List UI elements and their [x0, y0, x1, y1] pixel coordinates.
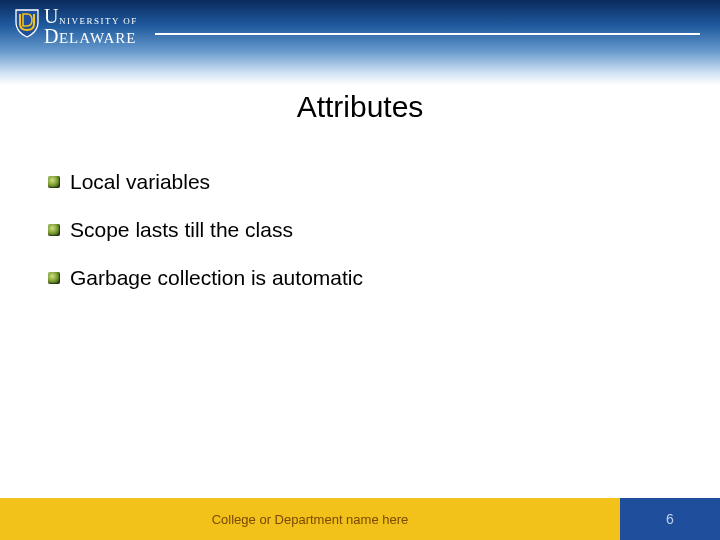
footer-left: College or Department name here — [0, 498, 620, 540]
list-item: Scope lasts till the class — [48, 218, 672, 242]
logo-line-2: D ELAWARE — [44, 26, 138, 46]
logo-rest-1: NIVERSITY OF — [59, 17, 138, 26]
slide-title: Attributes — [0, 90, 720, 124]
list-item: Local variables — [48, 170, 672, 194]
footer-right: 6 — [620, 498, 720, 540]
content-area: Local variables Scope lasts till the cla… — [48, 170, 672, 314]
logo-text: U NIVERSITY OF D ELAWARE — [44, 6, 138, 46]
logo-big-d: D — [44, 26, 59, 46]
bullet-icon — [48, 224, 60, 236]
list-item: Garbage collection is automatic — [48, 266, 672, 290]
footer-dept: College or Department name here — [212, 512, 409, 527]
shield-icon — [14, 8, 40, 38]
bullet-icon — [48, 176, 60, 188]
university-logo: U NIVERSITY OF D ELAWARE — [14, 6, 154, 46]
header-divider — [155, 33, 700, 35]
footer: College or Department name here 6 — [0, 498, 720, 540]
slide: U NIVERSITY OF D ELAWARE Attributes Loca… — [0, 0, 720, 540]
logo-row: U NIVERSITY OF D ELAWARE — [14, 6, 154, 46]
logo-line-1: U NIVERSITY OF — [44, 6, 138, 26]
page-number: 6 — [666, 511, 674, 527]
bullet-icon — [48, 272, 60, 284]
bullet-text: Local variables — [70, 170, 210, 194]
logo-big-u: U — [44, 6, 59, 26]
bullet-text: Scope lasts till the class — [70, 218, 293, 242]
logo-rest-2: ELAWARE — [59, 31, 136, 46]
bullet-text: Garbage collection is automatic — [70, 266, 363, 290]
